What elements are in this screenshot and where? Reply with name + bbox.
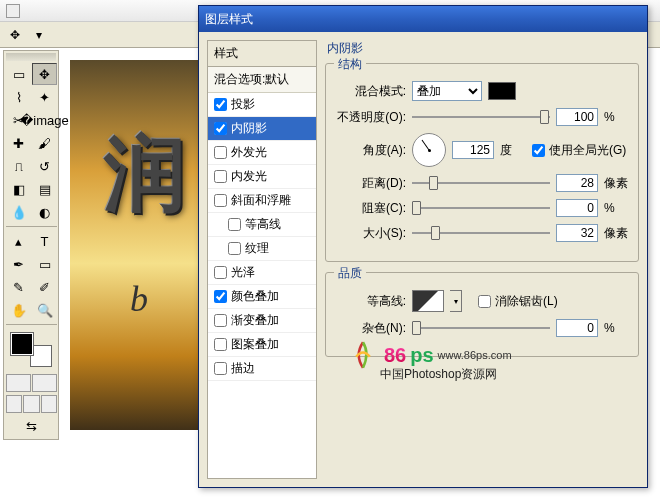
distance-unit: 像素: [604, 175, 630, 192]
antialias-checkbox[interactable]: 消除锯齿(L): [478, 293, 558, 310]
wand-tool[interactable]: ✦: [32, 86, 57, 108]
blend-mode-select[interactable]: 叠加: [412, 81, 482, 101]
contour-preview[interactable]: [412, 290, 444, 312]
blur-tool[interactable]: 💧: [6, 201, 31, 223]
opacity-unit: %: [604, 110, 630, 124]
style-row-颜色叠加[interactable]: 颜色叠加: [208, 285, 316, 309]
opacity-input[interactable]: [556, 108, 598, 126]
styles-header[interactable]: 样式: [208, 41, 316, 67]
eyedropper-tool[interactable]: ✐: [32, 276, 57, 298]
style-checkbox[interactable]: [214, 338, 227, 351]
style-row-图案叠加[interactable]: 图案叠加: [208, 333, 316, 357]
contour-dropdown[interactable]: ▾: [450, 290, 462, 312]
style-checkbox[interactable]: [228, 242, 241, 255]
structure-legend: 结构: [334, 56, 366, 73]
style-checkbox[interactable]: [214, 122, 227, 135]
style-checkbox[interactable]: [214, 194, 227, 207]
history-brush-tool[interactable]: ↺: [32, 155, 57, 177]
background-swatch[interactable]: [30, 345, 52, 367]
style-checkbox[interactable]: [214, 146, 227, 159]
style-row-外发光[interactable]: 外发光: [208, 141, 316, 165]
opacity-slider[interactable]: [412, 108, 550, 126]
antialias-input[interactable]: [478, 295, 491, 308]
noise-input[interactable]: [556, 319, 598, 337]
style-row-渐变叠加[interactable]: 渐变叠加: [208, 309, 316, 333]
panel-title: 内阴影: [327, 40, 639, 57]
style-label: 颜色叠加: [231, 288, 279, 305]
screenmode-toggle[interactable]: [6, 395, 57, 413]
script-letter: b: [130, 278, 148, 320]
contour-label: 等高线:: [334, 293, 406, 310]
style-checkbox[interactable]: [214, 362, 227, 375]
style-row-投影[interactable]: 投影: [208, 93, 316, 117]
size-input[interactable]: [556, 224, 598, 242]
distance-slider[interactable]: [412, 174, 550, 192]
style-row-纹理[interactable]: 纹理: [208, 237, 316, 261]
hand-tool[interactable]: ✋: [6, 299, 31, 321]
noise-unit: %: [604, 321, 630, 335]
layer-style-dialog: 图层样式 样式 混合选项:默认 投影内阴影外发光内发光斜面和浮雕等高线纹理光泽颜…: [198, 5, 648, 488]
style-checkbox[interactable]: [214, 170, 227, 183]
style-row-斜面和浮雕[interactable]: 斜面和浮雕: [208, 189, 316, 213]
brush-tool[interactable]: 🖌: [32, 132, 57, 154]
styles-list: 样式 混合选项:默认 投影内阴影外发光内发光斜面和浮雕等高线纹理光泽颜色叠加渐变…: [207, 40, 317, 479]
dialog-titlebar[interactable]: 图层样式: [199, 6, 647, 32]
sample-text: 润: [104, 120, 186, 230]
quickmask-toggle[interactable]: [6, 374, 57, 392]
style-label: 投影: [231, 96, 255, 113]
style-label: 内阴影: [231, 120, 267, 137]
distance-label: 距离(D):: [334, 175, 406, 192]
gradient-tool[interactable]: ▤: [32, 178, 57, 200]
move-tool[interactable]: ✥: [32, 63, 57, 85]
style-row-内发光[interactable]: 内发光: [208, 165, 316, 189]
jump-icon[interactable]: ⇆: [6, 415, 57, 437]
style-checkbox[interactable]: [214, 266, 227, 279]
shape-tool[interactable]: ▭: [32, 253, 57, 275]
style-row-光泽[interactable]: 光泽: [208, 261, 316, 285]
style-label: 光泽: [231, 264, 255, 281]
distance-input[interactable]: [556, 174, 598, 192]
dodge-tool[interactable]: ◐: [32, 201, 57, 223]
move-tool-icon: ✥: [6, 26, 24, 44]
global-light-input[interactable]: [532, 144, 545, 157]
dropdown-icon[interactable]: ▾: [30, 26, 48, 44]
color-swatches[interactable]: [9, 331, 54, 369]
style-row-内阴影[interactable]: 内阴影: [208, 117, 316, 141]
angle-input[interactable]: [452, 141, 494, 159]
style-label: 斜面和浮雕: [231, 192, 291, 209]
style-checkbox[interactable]: [214, 290, 227, 303]
marquee-tool[interactable]: ▭: [6, 63, 31, 85]
choke-unit: %: [604, 201, 630, 215]
type-tool[interactable]: T: [32, 230, 57, 252]
slice-tool[interactable]: �image: [32, 109, 57, 131]
lasso-tool[interactable]: ⌇: [6, 86, 31, 108]
angle-label: 角度(A):: [334, 142, 406, 159]
blend-options-row[interactable]: 混合选项:默认: [208, 67, 316, 93]
style-row-等高线[interactable]: 等高线: [208, 213, 316, 237]
style-checkbox[interactable]: [228, 218, 241, 231]
style-checkbox[interactable]: [214, 98, 227, 111]
foreground-swatch[interactable]: [11, 333, 33, 355]
noise-slider[interactable]: [412, 319, 550, 337]
angle-dial[interactable]: [412, 133, 446, 167]
notes-tool[interactable]: ✎: [6, 276, 31, 298]
style-label: 纹理: [245, 240, 269, 257]
tools-palette: ▭ ✥ ⌇ ✦ ✂ �image ✚ 🖌 ⎍ ↺ ◧ ▤ 💧 ◐ ▴ T ✒ ▭…: [3, 50, 59, 440]
size-slider[interactable]: [412, 224, 550, 242]
heal-tool[interactable]: ✚: [6, 132, 31, 154]
style-checkbox[interactable]: [214, 314, 227, 327]
stamp-tool[interactable]: ⎍: [6, 155, 31, 177]
zoom-tool[interactable]: 🔍: [32, 299, 57, 321]
choke-slider[interactable]: [412, 199, 550, 217]
style-row-描边[interactable]: 描边: [208, 357, 316, 381]
pen-tool[interactable]: ✒: [6, 253, 31, 275]
palette-grip[interactable]: [6, 53, 56, 61]
shadow-color-swatch[interactable]: [488, 82, 516, 100]
eraser-tool[interactable]: ◧: [6, 178, 31, 200]
style-label: 图案叠加: [231, 336, 279, 353]
menu-icon[interactable]: [6, 4, 20, 18]
dialog-title: 图层样式: [205, 11, 253, 28]
global-light-checkbox[interactable]: 使用全局光(G): [532, 142, 626, 159]
path-select-tool[interactable]: ▴: [6, 230, 31, 252]
choke-input[interactable]: [556, 199, 598, 217]
